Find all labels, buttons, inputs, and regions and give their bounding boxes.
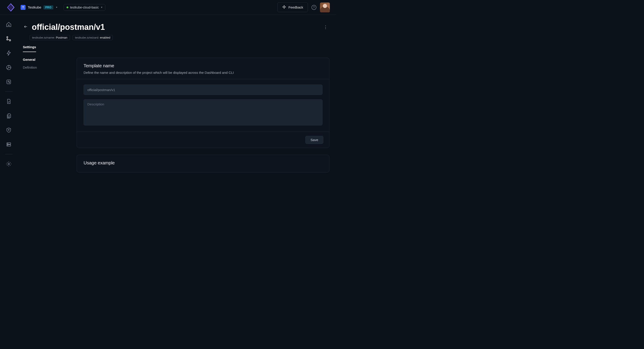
plan-badge: PRO (44, 6, 53, 10)
environment-name: testkube-cloud-basic (70, 6, 99, 9)
workflows-icon[interactable] (6, 36, 12, 42)
svg-rect-1 (284, 8, 284, 9)
svg-point-4 (7, 37, 8, 38)
chevron-down-icon: ▾ (56, 6, 57, 9)
tests-icon[interactable] (6, 99, 12, 104)
user-avatar[interactable] (320, 3, 330, 12)
org-avatar: T (20, 5, 26, 10)
sidebar-divider (5, 154, 12, 154)
svg-point-13 (8, 145, 8, 146)
sidebar-divider (5, 92, 12, 92)
svg-rect-3 (284, 7, 286, 8)
servers-icon[interactable] (6, 142, 12, 147)
help-button[interactable]: ? (312, 5, 316, 10)
chevron-down-icon: ▾ (101, 6, 102, 9)
security-icon[interactable] (6, 127, 12, 133)
svg-rect-2 (282, 7, 284, 8)
save-button[interactable]: Save (306, 136, 323, 144)
card-title: Usage example (84, 160, 322, 166)
card-subtitle: Define the name and description of the p… (84, 71, 322, 75)
status-dot-icon (66, 7, 68, 8)
insights-icon[interactable] (6, 65, 12, 71)
label-chip: testkube.io/wizard: enabled (72, 35, 113, 40)
template-name-card: Template name Define the name and descri… (77, 58, 330, 148)
tab-settings[interactable]: Settings (23, 45, 36, 52)
settings-nav-definition[interactable]: Definition (23, 66, 68, 69)
slack-icon (282, 5, 286, 10)
triggers-icon[interactable] (6, 50, 12, 56)
page-title: official/postman/v1 (32, 23, 105, 32)
settings-nav-general[interactable]: General (23, 58, 68, 62)
label-chip: testkube.io/name: Postman (30, 35, 70, 40)
svg-point-14 (8, 163, 10, 165)
more-menu-button[interactable]: ⋮ (322, 23, 330, 31)
home-icon[interactable] (6, 22, 12, 27)
feedback-label: Feedback (288, 6, 303, 9)
org-name: Testkube (28, 6, 41, 9)
card-title: Template name (84, 63, 322, 68)
app-logo[interactable] (6, 3, 15, 12)
status-icon[interactable] (6, 79, 12, 85)
svg-rect-0 (284, 6, 284, 7)
svg-point-12 (8, 143, 8, 144)
settings-icon[interactable] (6, 161, 12, 167)
template-description-input[interactable] (84, 99, 322, 125)
environment-selector[interactable]: testkube-cloud-basic ▾ (64, 4, 105, 11)
usage-example-card: Usage example (77, 155, 330, 172)
template-name-input[interactable] (84, 85, 322, 95)
svg-point-9 (8, 129, 9, 130)
svg-point-5 (7, 39, 8, 40)
org-switcher[interactable]: T Testkube PRO ▾ (19, 4, 60, 11)
back-button[interactable] (23, 24, 29, 31)
test-suites-icon[interactable] (6, 113, 12, 119)
feedback-button[interactable]: Feedback (278, 3, 308, 12)
